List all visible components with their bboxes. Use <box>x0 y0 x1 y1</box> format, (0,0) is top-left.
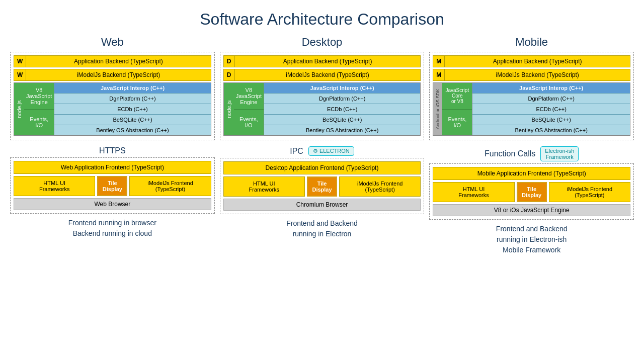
web-cpp-row-0: JavaScript Interop (C++) <box>54 83 210 94</box>
web-node-area: node.js V8JavaScriptEngine Events,I/O Ja… <box>14 82 211 136</box>
desktop-cpp-area: JavaScript Interop (C++) DgnPlatform (C+… <box>264 83 420 135</box>
desktop-v8-block: V8JavaScriptEngine <box>234 83 264 110</box>
desktop-cpp-row-3: BeSQLite (C++) <box>264 115 420 125</box>
mobile-html-ui-box: HTML UIFrameworks <box>433 182 514 202</box>
mobile-cpp-row-0: JavaScript Interop (C++) <box>472 83 630 94</box>
desktop-title: Desktop <box>302 36 343 49</box>
desktop-frontend-inner: HTML UIFrameworks TileDisplay iModelJs F… <box>223 176 421 197</box>
web-frontend-inner: HTML UIFrameworks TileDisplay iModelJs F… <box>14 176 211 196</box>
mobile-app-backend-text: Application Backend (TypeScript) <box>445 56 630 67</box>
mobile-cpp-row-4: Bentley OS Abstraction (C++) <box>472 125 630 135</box>
web-frontend-title: Web Application Frontend (TypeScript) <box>14 161 211 174</box>
web-cpp-row-1: DgnPlatform (C++) <box>54 94 210 104</box>
desktop-cpp-row-4: Bentley OS Abstraction (C++) <box>264 125 420 135</box>
desktop-cpp-row-0: JavaScript Interop (C++) <box>264 83 420 94</box>
desktop-frontend-title: Desktop Application Frontend (TypeScript… <box>223 161 421 174</box>
col-mobile: Mobile M Application Backend (TypeScript… <box>429 36 634 255</box>
mobile-frontend-box: Mobile Application Frontend (TypeScript)… <box>429 163 634 220</box>
mobile-imodeljs-backend-text: iModelJs Backend (TypeScript) <box>445 69 630 80</box>
web-cpp-row-4: Bentley OS Abstraction (C++) <box>54 125 210 135</box>
mobile-sep-label: Function Calls Electron-ishFramework <box>429 146 634 161</box>
mobile-android-label: Android or iOS SDK <box>433 83 442 135</box>
web-v8-area: V8JavaScriptEngine Events,I/O <box>24 83 54 135</box>
col-web: Web W Application Backend (TypeScript) W… <box>10 36 215 255</box>
mobile-frontend-title: Mobile Application Frontend (TypeScript) <box>433 167 630 180</box>
mobile-tile-display-box: TileDisplay <box>517 182 547 202</box>
mobile-imodeljs-backend-row: M iModelJs Backend (TypeScript) <box>433 69 630 81</box>
web-backend-box: W Application Backend (TypeScript) W iMo… <box>10 52 215 140</box>
web-browser-row: Web Browser <box>14 198 211 210</box>
desktop-cpp-row-2: ECDb (C++) <box>264 104 420 115</box>
page-title: Software Architecture Comparison <box>10 5 634 29</box>
desktop-tile-display-box: TileDisplay <box>307 176 337 197</box>
web-imodeljs-backend-row: W iModelJs Backend (TypeScript) <box>14 69 211 81</box>
mobile-cpp-row-1: DgnPlatform (C++) <box>472 94 630 104</box>
web-app-backend-text: Application Backend (TypeScript) <box>26 56 210 67</box>
web-frontend-box: Web Application Frontend (TypeScript) HT… <box>10 157 215 214</box>
desktop-label-d2: D <box>224 69 235 80</box>
mobile-v8-block: JavaScriptCoreor V8 <box>442 83 472 110</box>
desktop-cpp-row-1: DgnPlatform (C++) <box>264 94 420 104</box>
desktop-imodeljs-frontend-box: iModelJs Frontend(TypeScript) <box>339 176 421 197</box>
desktop-app-backend-row: D Application Backend (TypeScript) <box>223 55 421 67</box>
mobile-title: Mobile <box>515 36 548 49</box>
desktop-browser-row: Chromium Browser <box>223 199 421 211</box>
web-title: Web <box>101 36 124 49</box>
mobile-electron-badge: Electron-ishFramework <box>540 146 579 161</box>
web-cpp-area: JavaScript Interop (C++) DgnPlatform (C+… <box>54 83 210 135</box>
mobile-sep-text: Function Calls <box>485 149 535 158</box>
desktop-events-block: Events,I/O <box>234 110 264 136</box>
mobile-label-m1: M <box>433 56 445 67</box>
desktop-imodeljs-backend-row: D iModelJs Backend (TypeScript) <box>223 69 421 81</box>
mobile-node-area: Android or iOS SDK JavaScriptCoreor V8 E… <box>433 82 630 136</box>
desktop-sep-text: IPC <box>290 147 303 156</box>
desktop-footer: Frontend and Backendrunning in Electron <box>286 218 358 239</box>
mobile-app-backend-row: M Application Backend (TypeScript) <box>433 55 630 67</box>
desktop-sep-label: IPC ⚙ ELECTRON <box>220 146 425 156</box>
col-desktop: Desktop D Application Backend (TypeScrip… <box>220 36 425 255</box>
web-label-w1: W <box>14 56 26 67</box>
mobile-v8-area: JavaScriptCoreor V8 Events,I/O <box>442 83 472 135</box>
web-tile-display-box: TileDisplay <box>97 176 127 196</box>
web-cpp-row-2: ECDb (C++) <box>54 104 210 115</box>
desktop-imodeljs-backend-text: iModelJs Backend (TypeScript) <box>235 69 421 80</box>
desktop-v8-area: V8JavaScriptEngine Events,I/O <box>234 83 264 135</box>
web-v8-block: V8JavaScriptEngine <box>24 83 54 110</box>
desktop-nodejs-label: node.js <box>224 83 234 135</box>
web-nodejs-label: node.js <box>14 83 24 135</box>
web-events-block: Events,I/O <box>24 110 54 136</box>
web-label-w2: W <box>14 69 26 80</box>
mobile-cpp-area: JavaScript Interop (C++) DgnPlatform (C+… <box>472 83 630 135</box>
web-sep-text: HTTPS <box>99 146 125 155</box>
web-imodeljs-frontend-box: iModelJs Frontend(TypeScript) <box>129 176 211 196</box>
desktop-label-d1: D <box>224 56 235 67</box>
desktop-frontend-box: Desktop Application Frontend (TypeScript… <box>220 158 425 214</box>
mobile-browser-row: V8 or iOs JavaScript Engine <box>433 204 630 216</box>
web-app-backend-row: W Application Backend (TypeScript) <box>14 55 211 67</box>
desktop-app-backend-text: Application Backend (TypeScript) <box>235 56 421 67</box>
web-footer: Frontend running in browserBackend runni… <box>68 218 156 239</box>
main-columns: Web W Application Backend (TypeScript) W… <box>10 36 634 255</box>
mobile-footer: Frontend and Backendrunning in Electron-… <box>496 224 568 255</box>
mobile-events-block: Events,I/O <box>442 110 472 136</box>
mobile-frontend-inner: HTML UIFrameworks TileDisplay iModelJs F… <box>433 182 630 202</box>
mobile-cpp-row-2: ECDb (C++) <box>472 104 630 115</box>
web-cpp-row-3: BeSQLite (C++) <box>54 115 210 125</box>
web-sep-label: HTTPS <box>10 146 215 155</box>
mobile-cpp-row-3: BeSQLite (C++) <box>472 115 630 125</box>
web-imodeljs-backend-text: iModelJs Backend (TypeScript) <box>26 69 210 80</box>
desktop-html-ui-box: HTML UIFrameworks <box>223 176 305 197</box>
mobile-label-m2: M <box>433 69 445 80</box>
mobile-imodeljs-frontend-box: iModelJs Frontend(TypeScript) <box>549 182 630 202</box>
electron-badge: ⚙ ELECTRON <box>308 146 354 156</box>
web-html-ui-box: HTML UIFrameworks <box>14 176 95 196</box>
desktop-backend-box: D Application Backend (TypeScript) D iMo… <box>220 52 425 140</box>
mobile-backend-box: M Application Backend (TypeScript) M iMo… <box>429 52 634 140</box>
desktop-node-area: node.js V8JavaScriptEngine Events,I/O Ja… <box>223 82 421 136</box>
